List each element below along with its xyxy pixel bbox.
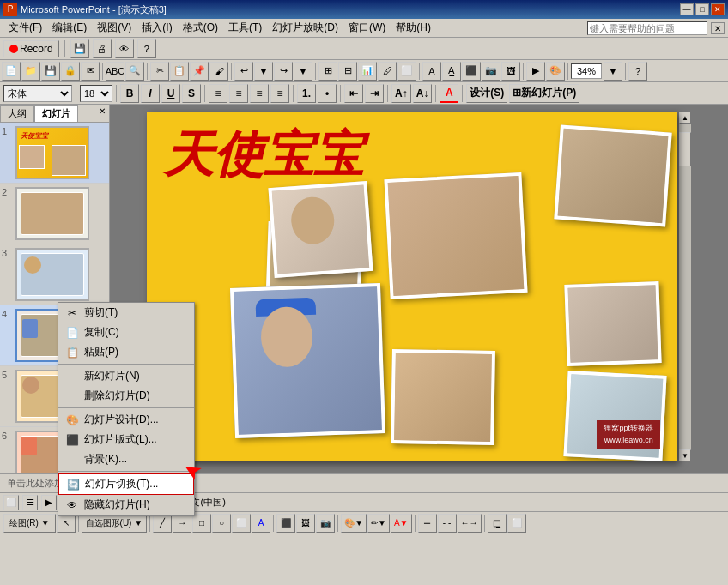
canvas-scrollbar[interactable]: ▲ ▼: [679, 112, 691, 461]
design-btn[interactable]: 设计(S): [466, 84, 507, 103]
clipart-draw-btn[interactable]: 🖼: [296, 514, 315, 533]
justify-btn[interactable]: ≡: [270, 84, 289, 103]
undo-drop-btn[interactable]: ▼: [254, 62, 273, 81]
tab-slides[interactable]: 幻灯片: [34, 105, 78, 122]
panel-close-btn[interactable]: ✕: [95, 105, 109, 122]
fontsize-inc-btn[interactable]: A↑: [391, 84, 411, 103]
menu-file[interactable]: 文件(F): [3, 19, 47, 37]
font-color-btn[interactable]: A: [440, 84, 458, 103]
arrow-style-btn[interactable]: ←→: [458, 514, 482, 533]
canvas-area[interactable]: 天使宝宝: [110, 105, 728, 473]
draw-menu-btn[interactable]: 绘图(R) ▼: [3, 514, 56, 533]
menu-help[interactable]: 帮助(H): [391, 19, 436, 37]
redo-btn[interactable]: ↪: [274, 62, 293, 81]
line-style-btn[interactable]: ═: [418, 514, 437, 533]
underline-btn[interactable]: U: [161, 84, 180, 103]
indent-decrease-btn[interactable]: ⇤: [344, 84, 363, 103]
slide-item-3[interactable]: 3: [0, 244, 109, 305]
photo-btn[interactable]: 🖼: [501, 62, 520, 81]
align-right-btn[interactable]: ≡: [250, 84, 269, 103]
menu-slideshow[interactable]: 幻灯片放映(D): [267, 19, 343, 37]
toolbar-btn-1[interactable]: 💾: [70, 39, 89, 58]
close-button[interactable]: ✕: [711, 3, 725, 15]
spell-btn[interactable]: ABC: [106, 62, 124, 81]
scroll-up-btn[interactable]: ▲: [679, 112, 691, 124]
menu-close-button[interactable]: ✕: [711, 22, 725, 34]
3d-btn[interactable]: ⬜: [507, 514, 526, 533]
autoshape-btn[interactable]: 自选图形(U) ▼: [82, 514, 148, 533]
format-painter-btn[interactable]: 🖌: [209, 62, 228, 81]
new-slide-btn[interactable]: ⊞新幻灯片(P): [509, 84, 579, 103]
clip-btn[interactable]: 📷: [482, 62, 500, 81]
ctx-new-slide[interactable]: 新幻灯片(N): [58, 366, 194, 386]
wordart-btn[interactable]: A̲: [442, 62, 461, 81]
menu-insert[interactable]: 插入(I): [136, 19, 177, 37]
rect-btn[interactable]: □: [192, 514, 211, 533]
scroll-down-btn[interactable]: ▼: [679, 449, 691, 461]
menu-tools[interactable]: 工具(T): [223, 19, 267, 37]
insert-table-btn[interactable]: ⊟: [338, 62, 357, 81]
line-color-btn[interactable]: ✏▼: [367, 514, 390, 533]
arrow-shape-btn[interactable]: →: [173, 514, 191, 533]
wordart-draw-btn[interactable]: A: [252, 514, 270, 533]
chart-btn[interactable]: 📊: [358, 62, 377, 81]
toolbar-btn-4[interactable]: ?: [137, 39, 156, 58]
help-icon-btn[interactable]: ?: [628, 62, 647, 81]
align-center-btn[interactable]: ≡: [229, 84, 248, 103]
toolbar-btn-2[interactable]: 🖨: [93, 39, 112, 58]
italic-btn[interactable]: I: [141, 84, 160, 103]
slide-item-1[interactable]: 1 天使宝宝: [0, 123, 109, 184]
line-btn[interactable]: ╱: [153, 514, 172, 533]
arrow-btn[interactable]: ↖: [57, 514, 76, 533]
color-scheme-btn[interactable]: 🎨: [546, 62, 565, 81]
copy-btn[interactable]: 📋: [170, 62, 189, 81]
save-btn[interactable]: 💾: [41, 62, 60, 81]
dash-style-btn[interactable]: - -: [438, 514, 457, 533]
ctx-paste[interactable]: 📋 粘贴(P): [58, 342, 194, 362]
zoom-drop-btn[interactable]: ▼: [604, 62, 622, 81]
bullets-btn[interactable]: •: [318, 84, 337, 103]
ctx-cut[interactable]: ✂ 剪切(T): [58, 303, 194, 323]
textbox-draw-btn[interactable]: ⬜: [232, 514, 251, 533]
new-btn[interactable]: 📄: [2, 62, 21, 81]
scroll-track[interactable]: [679, 124, 691, 449]
show-btn[interactable]: ▶: [526, 62, 545, 81]
paste-btn[interactable]: 📌: [190, 62, 209, 81]
slideshow-view-btn[interactable]: ▶: [41, 495, 57, 510]
toolbar-btn-3[interactable]: 👁: [115, 39, 134, 58]
expand-btn[interactable]: ⬜: [397, 62, 416, 81]
fill-color-btn[interactable]: 🎨▼: [341, 514, 367, 533]
draw-btn[interactable]: 🖊: [378, 62, 397, 81]
minimize-button[interactable]: —: [680, 3, 694, 15]
menu-window[interactable]: 窗口(W): [343, 19, 391, 37]
ctx-delete-slide[interactable]: 删除幻灯片(D): [58, 386, 194, 406]
ctx-hide-slide[interactable]: 👁 隐藏幻灯片(H): [58, 495, 194, 515]
insert-pic-btn[interactable]: 📷: [316, 514, 335, 533]
scroll-thumb[interactable]: [679, 132, 691, 166]
ctx-slide-transition[interactable]: 🔄 幻灯片切换(T)...: [58, 473, 194, 495]
record-button[interactable]: Record: [3, 40, 59, 57]
undo-btn[interactable]: ↩: [234, 62, 253, 81]
ctx-copy[interactable]: 📄 复制(C): [58, 323, 194, 342]
align-left-btn[interactable]: ≡: [209, 84, 228, 103]
search-input[interactable]: [587, 21, 707, 35]
outline-view-btn[interactable]: ☰: [22, 495, 38, 510]
maximize-button[interactable]: □: [695, 3, 709, 15]
font-color-draw-btn[interactable]: A▼: [391, 514, 412, 533]
menu-format[interactable]: 格式(O): [178, 19, 223, 37]
diagram-btn[interactable]: ⬛: [276, 514, 295, 533]
open-btn[interactable]: 📁: [21, 62, 40, 81]
zoom-input[interactable]: 34%: [571, 63, 602, 79]
menu-view[interactable]: 视图(V): [92, 19, 136, 37]
research-btn[interactable]: 🔍: [125, 62, 144, 81]
redo-drop-btn[interactable]: ▼: [294, 62, 312, 81]
ctx-slide-layout[interactable]: ⬛ 幻灯片版式(L)...: [58, 430, 194, 449]
numbering-btn[interactable]: 1.: [297, 84, 316, 103]
menu-edit[interactable]: 编辑(E): [47, 19, 92, 37]
slide-item-2[interactable]: 2: [0, 184, 109, 244]
cut-btn[interactable]: ✂: [150, 62, 169, 81]
size-select[interactable]: 18: [80, 85, 112, 102]
email-btn[interactable]: ✉: [81, 62, 100, 81]
ctx-background[interactable]: 背景(K)...: [58, 449, 194, 469]
shadow-draw-btn[interactable]: □̲: [488, 514, 507, 533]
